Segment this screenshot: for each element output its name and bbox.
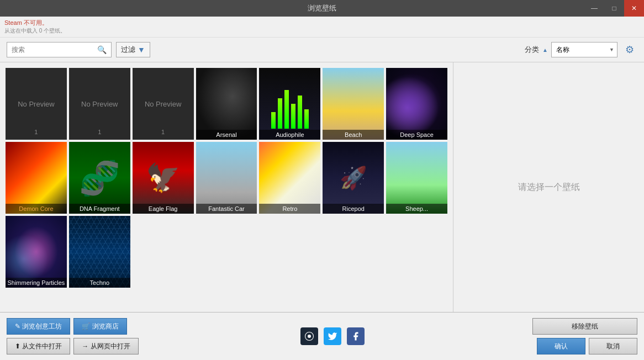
- main-window: Steam 不可用。 从这在中载入 0 个壁纸。 🔍 过滤 ▼ 分类 ▲ 名称 …: [0, 17, 644, 360]
- wallpaper-item[interactable]: Audiophile: [259, 68, 320, 140]
- svg-point-1: [308, 335, 311, 338]
- wallpaper-label: Shimmering Particles: [6, 278, 67, 288]
- wallpaper-item[interactable]: No Preview 1: [6, 68, 67, 140]
- wallpaper-item[interactable]: 🚀 Ricepod: [323, 142, 384, 214]
- content-area: No Preview 1 No Preview 1 No Preview 1 A…: [0, 62, 644, 312]
- bottom-right-buttons: 移除壁纸 确认 取消: [527, 318, 637, 354]
- bottom-buttons-row: ⬆ 从文件中打开 → 从网页中打开: [7, 338, 139, 354]
- search-box: 🔍: [7, 42, 112, 57]
- wallpaper-label: Audiophile: [259, 130, 320, 140]
- wallpaper-grid: No Preview 1 No Preview 1 No Preview 1 A…: [0, 62, 453, 312]
- top-buttons-row: ✎ 浏览创意工坊 🛒 浏览商店: [7, 318, 139, 335]
- wallpaper-item[interactable]: Sheep...: [386, 142, 447, 214]
- store-button[interactable]: 🛒 浏览商店: [73, 318, 126, 335]
- confirm-button[interactable]: 确认: [537, 338, 585, 354]
- open-web-button[interactable]: → 从网页中打开: [73, 338, 138, 354]
- wallpaper-item[interactable]: Shimmering Particles: [6, 216, 67, 288]
- open-file-button[interactable]: ⬆ 从文件中打开: [7, 338, 70, 354]
- wallpaper-label: Demon Core: [6, 204, 67, 214]
- steam-error-line2: 从这在中载入 0 个壁纸。: [4, 28, 66, 34]
- steam-error-bar: Steam 不可用。 从这在中载入 0 个壁纸。: [0, 17, 644, 38]
- settings-button[interactable]: ⚙: [622, 42, 637, 57]
- social-icons: [142, 327, 524, 345]
- steam-social-icon[interactable]: [300, 327, 318, 345]
- facebook-social-icon[interactable]: [347, 327, 365, 345]
- remove-wallpaper-button[interactable]: 移除壁纸: [532, 318, 637, 335]
- wallpaper-item[interactable]: Beach: [323, 68, 384, 140]
- wallpaper-item[interactable]: Retro: [259, 142, 320, 214]
- search-icon: 🔍: [97, 45, 107, 54]
- filter-button[interactable]: 过滤 ▼: [116, 42, 150, 57]
- bottom-bar: ✎ 浏览创意工坊 🛒 浏览商店 ⬆ 从文件中打开 → 从网页中打开: [0, 312, 644, 360]
- wallpaper-label: Beach: [323, 130, 384, 140]
- wallpaper-label: Retro: [259, 204, 320, 214]
- wallpaper-item[interactable]: Techno: [69, 216, 130, 288]
- bottom-left-buttons: ✎ 浏览创意工坊 🛒 浏览商店 ⬆ 从文件中打开 → 从网页中打开: [7, 318, 139, 354]
- title-bar-controls: — □ ✕: [584, 0, 644, 17]
- wallpaper-item[interactable]: Deep Space: [386, 68, 447, 140]
- wallpaper-item[interactable]: 🧬 DNA Fragment: [69, 142, 130, 214]
- wallpaper-item[interactable]: Demon Core: [6, 142, 67, 214]
- workshop-button[interactable]: ✎ 浏览创意工坊: [7, 318, 70, 335]
- wallpaper-item[interactable]: 🦅 Eagle Flag: [133, 142, 194, 214]
- search-input[interactable]: [12, 46, 97, 54]
- minimize-button[interactable]: —: [584, 0, 604, 17]
- twitter-social-icon[interactable]: [324, 327, 341, 345]
- preview-empty-text: 请选择一个壁纸: [518, 182, 580, 193]
- cancel-button[interactable]: 取消: [589, 338, 637, 354]
- wallpaper-label: Fantastic Car: [196, 204, 257, 214]
- sort-arrow-icon: ▲: [542, 47, 548, 53]
- wallpaper-label: Arsenal: [196, 130, 257, 140]
- wallpaper-label: DNA Fragment: [69, 204, 130, 214]
- preview-panel: 请选择一个壁纸: [453, 62, 644, 312]
- wallpaper-label: Deep Space: [386, 130, 447, 140]
- toolbar: 🔍 过滤 ▼ 分类 ▲ 名称 日期 大小 ⚙: [0, 38, 644, 62]
- confirm-cancel-row: 确认 取消: [537, 338, 637, 354]
- window-title: 浏览壁纸: [308, 3, 336, 13]
- close-button[interactable]: ✕: [624, 0, 644, 17]
- wallpaper-item[interactable]: No Preview 1: [69, 68, 130, 140]
- sort-section: 分类 ▲ 名称 日期 大小: [525, 42, 617, 57]
- sort-label: 分类: [525, 45, 539, 55]
- wallpaper-label: Techno: [69, 278, 130, 288]
- maximize-button[interactable]: □: [604, 0, 624, 17]
- filter-label: 过滤: [121, 45, 135, 55]
- wallpaper-label: Sheep...: [386, 204, 447, 214]
- steam-error-line1: Steam 不可用。: [4, 19, 48, 26]
- wallpaper-item[interactable]: No Preview 1: [133, 68, 194, 140]
- wallpaper-item[interactable]: Fantastic Car: [196, 142, 257, 214]
- sort-select-wrapper: 名称 日期 大小: [551, 42, 617, 57]
- wallpaper-label: Ricepod: [323, 204, 384, 214]
- title-bar: 浏览壁纸 — □ ✕: [0, 0, 644, 17]
- filter-icon: ▼: [138, 45, 145, 54]
- wallpaper-item[interactable]: Arsenal: [196, 68, 257, 140]
- sort-select[interactable]: 名称 日期 大小: [551, 42, 617, 57]
- wallpaper-label: Eagle Flag: [133, 204, 194, 214]
